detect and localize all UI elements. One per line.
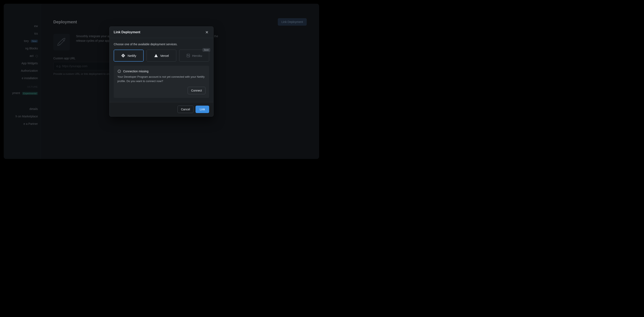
app-window: ew ics tory New ng Blocks act App Widget… <box>4 4 319 159</box>
info-icon <box>118 70 121 73</box>
modal-title: Link Deployment <box>114 30 140 34</box>
svg-rect-0 <box>187 54 190 57</box>
connection-missing-notice: Connection missing Your Developer Progra… <box>114 66 209 98</box>
connect-button[interactable]: Connect <box>188 87 206 94</box>
vercel-icon <box>154 54 158 58</box>
close-icon[interactable] <box>204 30 209 34</box>
provider-netlify[interactable]: Netlify <box>114 50 144 62</box>
link-button[interactable]: Link <box>196 106 209 113</box>
provider-row: Netlify Vercel <box>114 50 209 62</box>
notice-body: Your Developer Program account is not ye… <box>118 75 206 84</box>
soon-badge: Soon <box>202 48 210 52</box>
provider-label: Heroku <box>192 54 202 58</box>
provider-vercel[interactable]: Vercel <box>146 50 176 62</box>
modal-description: Choose one of the available deployment s… <box>114 42 209 46</box>
cancel-button[interactable]: Cancel <box>178 106 194 113</box>
modal-overlay: Link Deployment Choose one of the availa… <box>4 4 319 159</box>
heroku-icon <box>186 54 190 58</box>
provider-label: Vercel <box>160 54 169 58</box>
provider-label: Netlify <box>128 54 136 58</box>
provider-heroku: Heroku Soon <box>179 50 209 62</box>
link-deployment-modal: Link Deployment Choose one of the availa… <box>109 26 214 116</box>
netlify-icon <box>121 53 126 58</box>
notice-title: Connection missing <box>123 70 148 73</box>
